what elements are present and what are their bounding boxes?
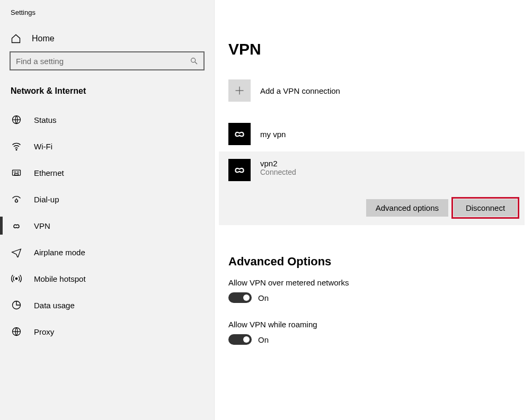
nav-item-vpn[interactable]: VPN — [0, 212, 214, 239]
nav-item-dial-up[interactable]: Dial-up — [0, 186, 214, 212]
category-heading: Network & Internet — [0, 75, 214, 106]
advanced-options-button[interactable]: Advanced options — [366, 199, 448, 217]
vpn-connection-status: Connected — [260, 168, 296, 176]
toggle-label: Allow VPN over metered networks — [228, 278, 525, 287]
svg-point-10 — [15, 200, 18, 202]
nav-item-label: Mobile hotspot — [34, 274, 86, 283]
nav-item-label: Wi-Fi — [34, 142, 52, 151]
toggle-switch[interactable] — [228, 334, 252, 345]
nav-item-status[interactable]: Status — [0, 106, 214, 133]
add-vpn-button[interactable]: Add a VPN connection — [228, 76, 525, 117]
nav-item-label: Data usage — [34, 301, 75, 310]
plus-icon — [228, 79, 251, 102]
toggle-row: Allow VPN while roamingOn — [228, 320, 525, 345]
svg-point-0 — [191, 58, 196, 62]
toggle-state: On — [258, 335, 269, 344]
proxy-icon — [11, 326, 22, 337]
add-vpn-label: Add a VPN connection — [260, 86, 340, 95]
vpn-icon — [11, 220, 22, 231]
svg-line-1 — [195, 62, 197, 64]
svg-rect-4 — [13, 170, 21, 175]
home-button[interactable]: Home — [0, 26, 214, 51]
ethernet-icon — [11, 167, 22, 178]
vpn-icon — [228, 123, 251, 145]
hotspot-icon — [11, 273, 22, 284]
status-icon — [11, 114, 22, 126]
svg-point-12 — [15, 278, 17, 279]
nav-item-label: Proxy — [34, 327, 54, 336]
vpn-icon — [228, 159, 251, 181]
search-box[interactable] — [10, 51, 205, 70]
search-icon — [190, 57, 198, 65]
main-pane: VPN Add a VPN connection my vpn vpn2Conn… — [215, 0, 532, 420]
nav-item-label: VPN — [34, 221, 50, 230]
disconnect-button[interactable]: Disconnect — [454, 199, 517, 217]
nav-item-mobile-hotspot[interactable]: Mobile hotspot — [0, 265, 214, 292]
toggle-state: On — [258, 293, 269, 302]
nav-list: Status Wi-Fi Ethernet Dial-up VPN Airpla… — [0, 106, 214, 345]
dialup-icon — [11, 193, 22, 205]
svg-point-3 — [16, 149, 17, 150]
nav-item-data-usage[interactable]: Data usage — [0, 292, 214, 318]
nav-item-proxy[interactable]: Proxy — [0, 318, 214, 345]
airplane-icon — [11, 246, 22, 258]
home-label: Home — [32, 34, 55, 43]
toggle-row: Allow VPN over metered networksOn — [228, 278, 525, 303]
data-usage-icon — [11, 299, 22, 311]
page-title: VPN — [228, 40, 525, 58]
sidebar: Settings Home Network & Internet Status … — [0, 0, 215, 420]
vpn-connection-selected[interactable]: vpn2ConnectedAdvanced optionsDisconnect — [219, 151, 525, 225]
nav-item-label: Status — [34, 115, 57, 124]
nav-item-label: Airplane mode — [34, 248, 85, 257]
vpn-connection-name: my vpn — [260, 130, 286, 139]
home-icon — [11, 33, 21, 44]
toggle-label: Allow VPN while roaming — [228, 320, 525, 329]
vpn-list: Add a VPN connection my vpn vpn2Connecte… — [228, 76, 525, 230]
nav-item-label: Ethernet — [34, 168, 64, 177]
wifi-icon — [11, 140, 22, 152]
nav-item-wi-fi[interactable]: Wi-Fi — [0, 133, 214, 159]
app-title: Settings — [0, 4, 214, 26]
vpn-action-buttons: Advanced optionsDisconnect — [228, 199, 517, 217]
vpn-connection-name: vpn2 — [260, 159, 296, 168]
search-input[interactable] — [16, 57, 190, 66]
nav-item-label: Dial-up — [34, 195, 59, 204]
toggle-switch[interactable] — [228, 292, 252, 303]
vpn-connection-item[interactable]: my vpn — [228, 117, 525, 151]
nav-item-ethernet[interactable]: Ethernet — [0, 159, 214, 186]
svg-rect-5 — [15, 174, 19, 175]
advanced-options-heading: Advanced Options — [228, 255, 525, 269]
nav-item-airplane-mode[interactable]: Airplane mode — [0, 239, 214, 265]
